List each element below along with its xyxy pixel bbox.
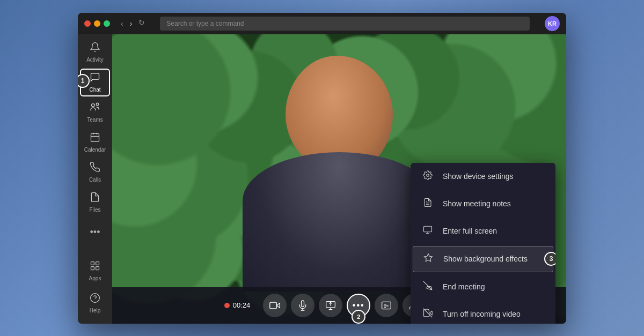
forward-arrow[interactable]: ›: [128, 18, 135, 29]
captions-button[interactable]: [375, 294, 398, 317]
end-meeting-icon: [421, 281, 434, 293]
sidebar-label-apps: Apps: [89, 275, 101, 281]
title-bar: ‹ › ↻ Search or type a command KR: [78, 13, 566, 34]
sidebar-label-activity: Activity: [86, 57, 104, 63]
teams-window: ‹ › ↻ Search or type a command KR Activi…: [78, 13, 566, 324]
sidebar-item-teams[interactable]: Teams: [80, 99, 110, 126]
search-placeholder: Search or type a command: [166, 20, 244, 27]
sidebar-item-help[interactable]: Help: [80, 289, 110, 317]
menu-item-end-meeting[interactable]: End meeting: [411, 273, 555, 301]
minimize-button[interactable]: [94, 20, 100, 27]
sidebar-item-files[interactable]: Files: [80, 189, 110, 216]
files-icon: [90, 192, 100, 205]
menu-item-fullscreen[interactable]: Enter full screen: [411, 218, 555, 245]
sidebar-label-help: Help: [90, 308, 101, 313]
menu-label-meeting-notes: Show meeting notes: [443, 199, 511, 208]
maximize-button[interactable]: [104, 20, 110, 27]
help-icon: [90, 293, 100, 306]
annotation-3: 3: [544, 252, 555, 266]
calls-icon: [90, 162, 100, 175]
sidebar-item-more[interactable]: •••: [80, 219, 110, 247]
menu-item-incoming-video[interactable]: Turn off incoming video: [411, 301, 555, 324]
sidebar-label-chat: Chat: [89, 87, 100, 93]
recording-indicator: 00:24: [224, 301, 251, 309]
svg-rect-8: [91, 267, 94, 270]
svg-rect-9: [96, 267, 99, 270]
svg-point-12: [427, 174, 429, 176]
sidebar-label-calendar: Calendar: [84, 147, 106, 153]
sidebar-item-apps[interactable]: Apps: [80, 257, 110, 285]
sidebar-label-teams: Teams: [87, 117, 103, 123]
back-arrow[interactable]: ‹: [119, 18, 126, 29]
sidebar-item-calls[interactable]: Calls: [80, 159, 110, 186]
notes-icon: [421, 198, 434, 210]
navigation-arrows: ‹ › ↻: [119, 18, 145, 29]
sidebar: Activity 1 Chat: [78, 34, 112, 324]
refresh-icon[interactable]: ↻: [138, 18, 145, 29]
svg-rect-7: [96, 262, 99, 265]
sidebar-bottom: Apps Help: [80, 257, 110, 319]
calendar-icon: [90, 132, 100, 145]
menu-label-background-effects: Show background effects: [443, 255, 528, 263]
sidebar-label-calls: Calls: [89, 177, 101, 183]
context-menu: Show device settings Show meeting notes: [411, 163, 555, 324]
more-icon: •••: [90, 227, 100, 238]
user-avatar[interactable]: KR: [545, 16, 560, 31]
traffic-lights: [84, 20, 110, 27]
close-button[interactable]: [84, 20, 91, 27]
video-off-icon: [421, 308, 434, 320]
menu-label-fullscreen: Enter full screen: [443, 227, 497, 235]
svg-rect-2: [91, 133, 99, 141]
svg-rect-15: [424, 226, 432, 232]
apps-icon: [90, 260, 100, 274]
menu-item-meeting-notes[interactable]: Show meeting notes: [411, 190, 555, 218]
sidebar-label-files: Files: [89, 207, 100, 213]
menu-label-end-meeting: End meeting: [443, 282, 485, 291]
annotation-1: 1: [78, 74, 90, 88]
svg-point-1: [92, 104, 94, 107]
svg-point-0: [96, 103, 99, 106]
annotation-2: 2: [352, 310, 365, 324]
fullscreen-icon: [421, 225, 434, 237]
recording-timer: 00:24: [233, 301, 251, 309]
meeting-area: Show device settings Show meeting notes: [112, 34, 566, 324]
gear-icon: [421, 170, 434, 183]
svg-marker-21: [277, 303, 280, 307]
main-content: Activity 1 Chat: [78, 34, 566, 324]
svg-line-20: [423, 308, 433, 317]
activity-icon: [90, 42, 100, 55]
camera-button[interactable]: [263, 294, 287, 317]
more-options-button[interactable]: ••• 2: [347, 294, 370, 317]
svg-point-10: [91, 294, 100, 303]
svg-rect-22: [270, 302, 276, 309]
svg-rect-6: [91, 262, 94, 265]
svg-rect-26: [382, 302, 391, 309]
svg-marker-18: [425, 253, 433, 261]
menu-label-device-settings: Show device settings: [443, 172, 514, 181]
search-bar[interactable]: Search or type a command: [160, 17, 530, 31]
menu-item-background-effects[interactable]: 3 Show background effects: [413, 246, 553, 272]
person-body: [243, 152, 436, 292]
menu-item-device-settings[interactable]: Show device settings: [411, 163, 555, 190]
chat-icon: [90, 72, 100, 85]
mic-button[interactable]: [291, 294, 314, 317]
background-icon: [422, 253, 435, 265]
sidebar-item-chat[interactable]: 1 Chat: [80, 69, 110, 96]
recording-dot: [224, 303, 230, 308]
teams-icon: [89, 102, 101, 115]
sidebar-item-activity[interactable]: Activity: [80, 39, 110, 66]
menu-label-incoming-video: Turn off incoming video: [443, 310, 521, 318]
sidebar-item-calendar[interactable]: Calendar: [80, 129, 110, 156]
share-button[interactable]: [319, 294, 342, 317]
